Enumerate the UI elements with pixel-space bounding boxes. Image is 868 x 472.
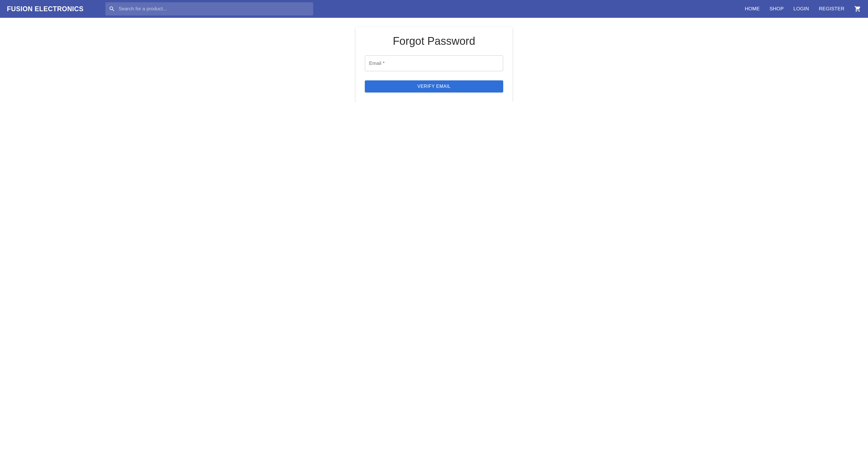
email-field[interactable]: [365, 56, 503, 71]
header: FUSION ELECTRONICS HOME SHOP LOGIN REGIS…: [0, 0, 868, 18]
nav-home[interactable]: HOME: [745, 6, 760, 12]
main-nav: HOME SHOP LOGIN REGISTER: [745, 5, 861, 12]
email-input-wrapper[interactable]: Email *: [365, 55, 503, 71]
search-wrapper[interactable]: [105, 2, 313, 16]
main-content: Forgot Password Email * VERIFY EMAIL: [0, 18, 868, 101]
cart-icon[interactable]: [854, 5, 861, 12]
verify-email-button[interactable]: VERIFY EMAIL: [365, 80, 503, 92]
search-input[interactable]: [115, 6, 310, 12]
nav-shop[interactable]: SHOP: [770, 6, 784, 12]
forgot-password-card: Forgot Password Email * VERIFY EMAIL: [355, 27, 513, 101]
nav-register[interactable]: REGISTER: [819, 6, 844, 12]
nav-login[interactable]: LOGIN: [794, 6, 809, 12]
card-title: Forgot Password: [365, 35, 503, 48]
search-icon: [109, 6, 115, 12]
brand-logo[interactable]: FUSION ELECTRONICS: [7, 5, 84, 13]
